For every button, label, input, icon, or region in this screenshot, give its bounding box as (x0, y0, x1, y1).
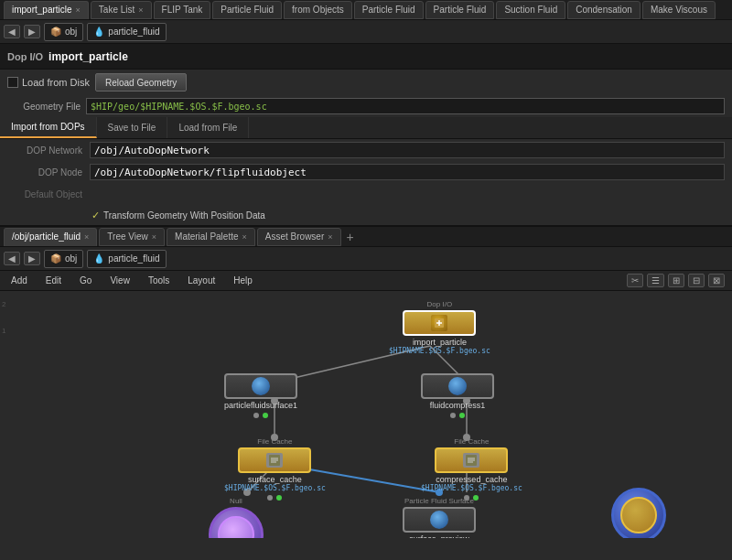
tab-save-to-file[interactable]: Save to File (97, 117, 168, 138)
tab-condensation[interactable]: Condensation (567, 1, 640, 19)
tab-label: Asset Browser (265, 232, 324, 242)
node-compressed-cache[interactable]: File Cache compressed_cache $HIPNAME.$OS… (421, 437, 522, 501)
menu-help[interactable]: Help (230, 274, 256, 287)
node-fluid-icon-2: 💧 (93, 253, 104, 264)
tab-particle-fluid-3[interactable]: Particle Fluid (425, 1, 495, 19)
node-particlefluidsurface1[interactable]: particlefluidsurface1 (224, 373, 297, 418)
tab-particle-fluid-2[interactable]: Particle Fluid (354, 1, 424, 19)
second-tab-bar: /obj/particle_fluid × Tree View × Materi… (0, 227, 732, 247)
tab-particle-fluid-1[interactable]: Particle Fluid (212, 1, 282, 19)
close-icon[interactable]: × (84, 232, 89, 242)
dop-network-input[interactable] (90, 142, 725, 158)
node-box-particlefluidsurface1[interactable] (224, 373, 297, 399)
tab-label: Make Viscous (651, 5, 707, 15)
node-import-particle[interactable]: Dop I/O import_particle $HIPNAME.$OS.$F.… (389, 300, 490, 355)
close-icon[interactable]: × (138, 5, 143, 15)
back-button[interactable]: ◀ (4, 25, 20, 38)
list-icon-button[interactable]: ☰ (647, 274, 664, 287)
transform-checkbox-row: ✓ Transform Geometry With Position Data (0, 205, 732, 225)
node-label-surface-preview: surface_preview (409, 534, 469, 538)
nav-node-path-2[interactable]: 💧 particle_fluid (87, 250, 166, 268)
tab-load-from-file[interactable]: Load from File (167, 117, 249, 138)
reload-geometry-button[interactable]: Reload Geometry (95, 73, 187, 92)
node-icon-fluidcompress1 (448, 377, 467, 395)
tab-take-list[interactable]: Take List × (91, 1, 152, 19)
forward-button[interactable]: ▶ (24, 25, 40, 38)
nav-node-label: particle_fluid (108, 27, 159, 37)
load-row: Load from Disk Reload Geometry (0, 70, 732, 95)
tab-label: from Objects (292, 5, 344, 15)
node-surface-cache[interactable]: File Cache surface_cache $HIPNAME.$OS.$F… (224, 437, 326, 501)
grid2-icon-button[interactable]: ⊟ (688, 274, 705, 287)
nav-node-label-2: particle_fluid (108, 253, 159, 264)
node-icon-surface-preview (430, 511, 448, 529)
tab-asset-browser[interactable]: Asset Browser × (257, 228, 341, 246)
node-sublabel-surface-cache: $HIPNAME.$OS.$F.bgeo.sc (224, 484, 326, 492)
menu-edit[interactable]: Edit (42, 274, 65, 287)
tab-flip-tank[interactable]: FLIP Tank (154, 1, 211, 19)
menu-add[interactable]: Add (7, 274, 31, 287)
tab-import-particle[interactable]: import_particle × (4, 1, 89, 19)
menu-layout[interactable]: Layout (184, 274, 219, 287)
forward-button-2[interactable]: ▶ (24, 252, 40, 265)
node-dot-active (263, 413, 268, 418)
node-box-dopimport1[interactable] (611, 488, 666, 538)
node-type-label-render: Null (230, 497, 242, 505)
node-dot-lock-sca (267, 495, 273, 501)
tab-label: Particle Fluid (434, 5, 487, 15)
path-obj-icon: 📦 (50, 27, 61, 37)
add-tab-button[interactable]: + (343, 230, 358, 244)
nav-path-2[interactable]: 📦 obj (44, 250, 83, 268)
node-dot-active-sca (276, 495, 282, 501)
node-fluidcompress1[interactable]: fluidcompress1 (421, 373, 494, 418)
load-from-disk-checkbox[interactable] (7, 77, 18, 88)
node-icon-render (218, 516, 254, 538)
second-nav-bar: ◀ ▶ 📦 obj 💧 particle_fluid (0, 247, 732, 271)
node-icon-compressed-cache (463, 453, 479, 468)
close-icon[interactable]: × (328, 232, 332, 242)
transform-geo-label: Transform Geometry With Position Data (103, 210, 265, 221)
tab-suction-fluid[interactable]: Suction Fluid (496, 1, 565, 19)
param-panel: Dop I/O import_particle Load from Disk R… (0, 44, 732, 227)
menu-go[interactable]: Go (76, 274, 95, 287)
tab-label: /obj/particle_fluid (12, 232, 81, 242)
nav-path[interactable]: 📦 obj (44, 23, 83, 41)
node-box-surface-preview[interactable] (403, 507, 476, 533)
tab-label: FLIP Tank (162, 5, 203, 15)
tab-from-objects[interactable]: from Objects (284, 1, 352, 19)
node-type-label-cc: File Cache (454, 437, 489, 446)
dop-node-input[interactable] (90, 164, 725, 180)
node-box-import-particle[interactable] (403, 310, 476, 336)
grid3-icon-button[interactable]: ⊠ (708, 274, 725, 287)
nav-node-path[interactable]: 💧 particle_fluid (87, 23, 166, 41)
close-icon[interactable]: × (242, 232, 247, 242)
tab-make-viscous[interactable]: Make Viscous (642, 1, 716, 19)
menu-view[interactable]: View (106, 274, 134, 287)
tab-tree-view[interactable]: Tree View × (99, 228, 165, 246)
tab-material-palette[interactable]: Material Palette × (167, 228, 255, 246)
dop-node-name: import_particle (48, 50, 128, 63)
menu-tools[interactable]: Tools (145, 274, 173, 287)
close-icon[interactable]: × (76, 5, 81, 15)
node-box-compressed-cache[interactable] (435, 447, 508, 473)
load-from-disk-label[interactable]: Load from Disk (7, 77, 90, 88)
side-numbers: 2 1 (0, 291, 7, 344)
geo-file-input[interactable] (86, 98, 725, 114)
node-box-surface-cache[interactable] (238, 447, 311, 473)
tab-obj-particle-fluid[interactable]: /obj/particle_fluid × (4, 228, 97, 246)
cut-icon-button[interactable]: ✂ (627, 274, 643, 287)
top-nav-bar: ◀ ▶ 📦 obj 💧 particle_fluid (0, 20, 732, 44)
grid-icon-button[interactable]: ⊞ (668, 274, 684, 287)
node-box-render[interactable] (209, 507, 264, 538)
tab-label: Particle Fluid (221, 5, 274, 15)
node-box-fluidcompress1[interactable] (421, 373, 494, 399)
tab-import-from-dops[interactable]: Import from DOPs (0, 117, 97, 138)
close-icon[interactable]: × (152, 232, 156, 242)
path-obj-label-2: obj (65, 253, 77, 264)
node-render[interactable]: Null RENDER (209, 497, 264, 538)
node-surface-preview[interactable]: Particle Fluid Surface surface_preview (403, 497, 476, 538)
node-canvas[interactable]: Dop I/O import_particle $HIPNAME.$OS.$F.… (0, 291, 732, 538)
back-button-2[interactable]: ◀ (4, 252, 20, 265)
node-dopimport1[interactable]: dopimport1 (611, 488, 666, 538)
geo-file-row: Geometry File (0, 95, 732, 117)
